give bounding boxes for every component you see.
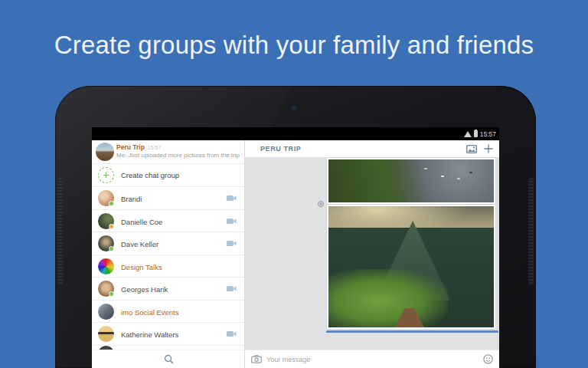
contact-name: Danielle Coe (121, 218, 162, 226)
create-chat-group-button[interactable]: Create chat group (92, 164, 244, 187)
video-call-icon[interactable] (227, 330, 237, 337)
create-chat-group-label: Create chat group (121, 171, 179, 179)
car-detail (457, 178, 460, 179)
photo-coastal-road (328, 159, 494, 202)
message-area: 15:57 Just uploaded more pictures from t… (245, 157, 499, 333)
speaker-grille-right (528, 178, 534, 285)
contact-name: Georges Harik (121, 285, 168, 294)
contact-name: Brandi (121, 195, 142, 203)
tablet-device: 15:57 Peru Trip15:57 Me: Just uploaded m… (55, 86, 536, 368)
conversation-header: PERU TRIP (245, 140, 499, 157)
search-icon[interactable] (164, 354, 174, 364)
chat-name: Peru Trip (116, 143, 145, 151)
contact-name: Dave Keller (121, 240, 158, 248)
promo-banner: Create groups with your family and frien… (0, 0, 588, 87)
imo-app: Peru Trip15:57 Me: Just uploaded more pi… (92, 140, 499, 368)
group-row-imo-social-events[interactable]: imo Social Events (92, 301, 244, 324)
plus-icon (98, 167, 114, 183)
conversation-panel: PERU TRIP (245, 140, 499, 368)
group-name: Design Talks (121, 263, 162, 271)
banner-title: Create groups with your family and frien… (0, 31, 588, 60)
video-call-icon[interactable] (227, 218, 237, 225)
status-bar: 15:57 (92, 127, 499, 140)
message-input[interactable] (266, 356, 479, 363)
online-status-badge (109, 201, 114, 206)
message-composer (245, 350, 499, 368)
front-camera-icon (292, 106, 296, 110)
photo-message[interactable] (327, 205, 495, 329)
add-icon[interactable] (484, 144, 493, 153)
avatar (96, 143, 114, 161)
camera-icon[interactable] (251, 355, 262, 363)
chat-list-panel: Peru Trip15:57 Me: Just uploaded more pi… (92, 140, 245, 368)
car-detail (469, 172, 472, 173)
emoji-icon[interactable] (483, 354, 493, 364)
contact-name: Katherine Walters (121, 330, 178, 339)
wifi-icon (464, 131, 472, 137)
conversation-title: PERU TRIP (260, 145, 301, 153)
car-detail (441, 176, 444, 177)
photo-message[interactable] (327, 158, 495, 204)
group-name: imo Social Events (121, 308, 179, 317)
contact-row-danielle-coe[interactable]: Danielle Coe (92, 210, 244, 233)
video-call-icon[interactable] (227, 285, 237, 292)
video-call-icon[interactable] (227, 240, 237, 247)
tablet-screen: 15:57 Peru Trip15:57 Me: Just uploaded m… (92, 127, 499, 368)
chat-preview: Me: Just uploaded more pictures from the… (116, 152, 242, 159)
gallery-icon[interactable] (466, 145, 477, 153)
status-time: 15:57 (480, 130, 496, 138)
car-detail (424, 168, 427, 169)
avatar (98, 326, 114, 342)
group-row-design-talks[interactable]: Design Talks (92, 255, 244, 278)
sent-message-bubble[interactable]: 15:57 Just uploaded more pictures from t… (326, 330, 498, 333)
photo-machu-picchu (328, 206, 494, 327)
chat-list-item-peru-trip[interactable]: Peru Trip15:57 Me: Just uploaded more pi… (92, 140, 244, 164)
contact-row-brandi[interactable]: Brandi (92, 187, 244, 210)
seen-indicator (318, 201, 324, 207)
battery-icon (474, 130, 478, 137)
avatar (98, 304, 114, 320)
away-status-badge (109, 224, 114, 229)
message-timestamp: 15:57 (331, 332, 494, 333)
online-status-badge (109, 291, 114, 297)
contact-row-georges-harik[interactable]: Georges Harik (92, 278, 244, 301)
avatar (98, 258, 114, 274)
online-status-badge (109, 246, 114, 251)
contact-row-katherine-walters[interactable]: Katherine Walters (92, 323, 244, 346)
contact-row-dave-keller[interactable]: Dave Keller (92, 232, 244, 255)
search-bar (92, 350, 245, 368)
chat-timestamp: 15:57 (148, 145, 162, 150)
video-call-icon[interactable] (227, 195, 237, 202)
speaker-grille-left (57, 178, 63, 285)
